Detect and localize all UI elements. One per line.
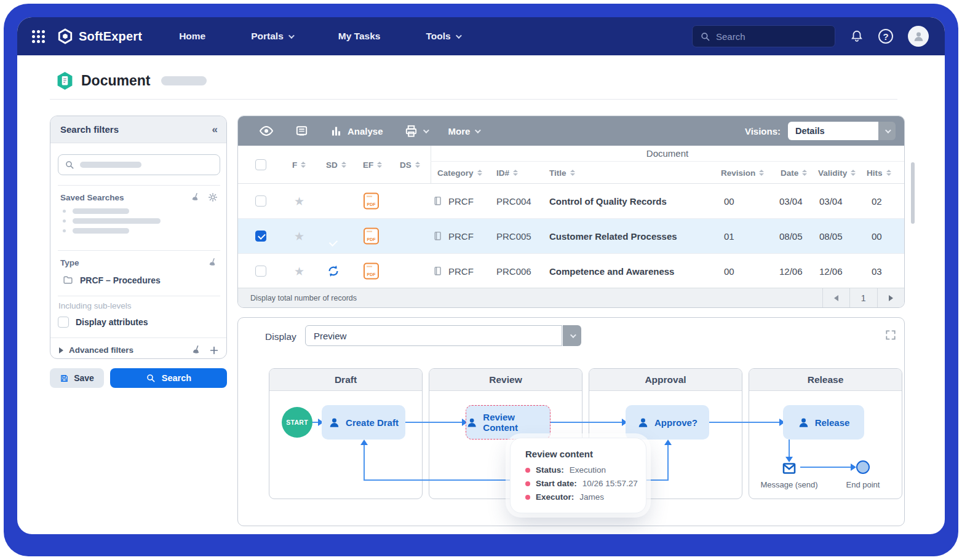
expand-icon[interactable] <box>884 329 897 341</box>
tooltip-start-date-row: Start date: 10/26 15:57.27 <box>525 479 646 488</box>
folder-icon <box>63 275 73 285</box>
saved-search-skeleton-item[interactable] <box>63 218 161 224</box>
person-icon <box>328 417 340 428</box>
saved-searches-row: Saved Searches <box>60 192 218 202</box>
data-form-button[interactable] <box>295 124 309 138</box>
pdf-file-icon[interactable]: PDF <box>364 228 379 245</box>
column-header-title[interactable]: Title <box>549 162 575 184</box>
print-button[interactable] <box>404 124 427 138</box>
search-filters-header: Search filters « <box>50 116 226 143</box>
nav-item-tools[interactable]: Tools <box>426 31 459 42</box>
more-button[interactable]: More <box>448 126 480 136</box>
review-content-node[interactable]: Review Content <box>466 405 551 440</box>
vertical-scrollbar[interactable] <box>911 162 915 224</box>
tooltip-title: Review content <box>525 449 646 459</box>
clear-filter-broom-icon[interactable] <box>208 258 218 267</box>
saved-search-skeleton-item[interactable] <box>63 228 129 234</box>
chevron-down-icon <box>563 325 581 346</box>
release-node[interactable]: Release <box>783 405 864 440</box>
favorite-star-icon[interactable]: ★ <box>294 194 304 208</box>
next-page-button[interactable] <box>877 288 905 307</box>
column-header-id[interactable]: ID# <box>496 162 518 184</box>
column-header-ds[interactable]: DS <box>400 146 420 184</box>
visions-select[interactable]: Details <box>788 122 896 140</box>
column-header-f[interactable]: F <box>292 146 306 184</box>
document-module-icon <box>56 71 74 90</box>
type-label: Type <box>60 258 79 267</box>
saved-search-skeleton-item[interactable] <box>63 208 129 214</box>
global-search[interactable] <box>692 25 835 47</box>
save-button[interactable]: Save <box>50 368 104 388</box>
sort-icon <box>301 162 306 168</box>
view-button[interactable] <box>259 124 274 138</box>
row-checkbox[interactable] <box>255 266 266 277</box>
column-header-ef[interactable]: EF <box>363 146 382 184</box>
add-filter-plus-icon[interactable] <box>209 345 219 355</box>
date-cell: 12/06 <box>779 266 803 277</box>
gear-icon[interactable] <box>208 192 218 202</box>
notifications-bell-icon[interactable] <box>850 30 864 43</box>
advanced-filters-row: Advanced filters <box>59 345 219 355</box>
create-draft-node[interactable]: Create Draft <box>322 405 405 440</box>
column-header-hits[interactable]: Hits <box>867 162 891 184</box>
sort-icon <box>477 170 482 176</box>
start-node[interactable]: START <box>282 407 312 438</box>
global-search-input[interactable] <box>716 31 814 42</box>
message-send-icon[interactable] <box>781 461 797 476</box>
header-divider <box>50 99 897 100</box>
nav-item-portals[interactable]: Portals <box>251 31 293 42</box>
table-row-selected[interactable]: ★ PDF PRCF PRC005 Customer Related Proce… <box>238 219 904 254</box>
nav-item-home[interactable]: Home <box>179 31 205 42</box>
document-icon <box>432 195 443 207</box>
arrow-right-icon <box>889 295 893 301</box>
favorite-star-icon[interactable]: ★ <box>294 229 304 243</box>
document-icon <box>432 266 443 277</box>
chevron-down-icon <box>878 122 896 140</box>
type-row: Type <box>60 258 218 267</box>
search-button[interactable]: Search <box>110 368 227 388</box>
pdf-file-icon[interactable]: PDF <box>364 193 379 210</box>
collapse-panel-icon[interactable]: « <box>212 124 218 136</box>
advanced-filters-toggle[interactable]: Advanced filters <box>59 345 133 355</box>
approve-node[interactable]: Approve? <box>626 405 709 440</box>
column-header-revision[interactable]: Revision <box>721 162 764 184</box>
person-icon <box>466 417 477 428</box>
nav-item-my-tasks[interactable]: My Tasks <box>338 31 381 42</box>
display-attributes-option[interactable]: Display attributes <box>58 317 148 328</box>
caret-right-icon <box>59 347 63 353</box>
select-all-checkbox[interactable] <box>255 159 266 170</box>
revision-cell: 01 <box>724 231 734 242</box>
clear-filter-broom-icon[interactable] <box>191 345 202 355</box>
divider <box>50 337 227 338</box>
column-header-date[interactable]: Date <box>781 162 807 184</box>
column-header-category[interactable]: Category <box>437 162 482 184</box>
title-placeholder <box>161 76 207 85</box>
user-avatar[interactable] <box>908 26 929 47</box>
analyse-button[interactable]: Analyse <box>330 125 383 138</box>
table-row[interactable]: ★ PDF PRCF PRC004 Control of Quality Rec… <box>238 184 904 219</box>
id-cell: PRC005 <box>496 231 531 242</box>
title-cell: Control of Quality Records <box>549 196 667 207</box>
person-icon <box>913 31 924 42</box>
person-icon <box>637 417 649 428</box>
favorite-star-icon[interactable]: ★ <box>294 264 304 278</box>
previous-page-button[interactable] <box>822 288 850 307</box>
pdf-file-icon[interactable]: PDF <box>364 263 379 280</box>
id-cell: PRC006 <box>496 266 531 277</box>
column-header-sd[interactable]: SD <box>326 146 346 184</box>
row-checkbox[interactable] <box>255 195 266 207</box>
row-checkbox[interactable] <box>255 231 266 242</box>
top-navbar: SoftExpert Home Portals My Tasks Tools ? <box>17 17 945 55</box>
display-attributes-checkbox[interactable] <box>58 317 69 328</box>
table-row[interactable]: ★ PDF PRCF PRC006 Competence and Awarene… <box>238 254 904 289</box>
app-grid-icon[interactable] <box>32 30 45 43</box>
display-select[interactable]: Preview <box>305 325 581 346</box>
clear-filter-broom-icon[interactable] <box>191 192 201 202</box>
brand-logo[interactable]: SoftExpert <box>57 28 142 44</box>
column-header-validity[interactable]: Validity <box>818 162 856 184</box>
end-point-node[interactable] <box>856 460 870 474</box>
filter-search-field[interactable] <box>58 154 220 175</box>
preview-panel: Display Preview Draft Review Approval Re… <box>237 317 905 526</box>
type-value-item[interactable]: PRCF – Procedures <box>63 275 161 285</box>
help-icon[interactable]: ? <box>878 29 893 44</box>
